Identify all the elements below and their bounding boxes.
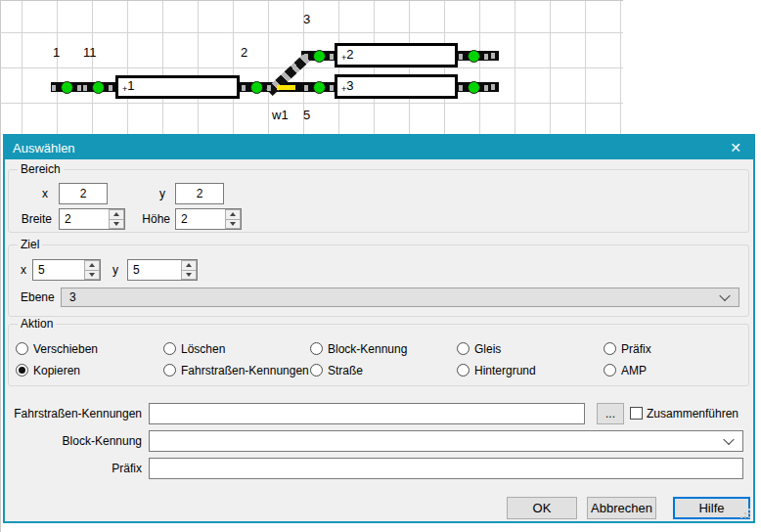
application-window: +1 +2 +3 1 11 2 3 w1 5 Auswählen ✕ Berei… [0, 0, 761, 532]
rail-tie [459, 54, 463, 60]
stepper-down-icon[interactable] [84, 270, 100, 281]
radio-gleis-label[interactable]: Gleis [474, 341, 501, 357]
praefix-label: Präfix [5, 458, 142, 479]
close-icon[interactable]: ✕ [722, 136, 749, 159]
abbrechen-button[interactable]: Abbrechen [587, 497, 656, 519]
rail-tie [242, 85, 246, 91]
signal-lamp-green [92, 81, 105, 94]
rail-tie [304, 54, 308, 60]
track-label-1: 1 [53, 46, 60, 60]
rail-tie [330, 54, 334, 60]
ok-button[interactable]: OK [507, 497, 577, 519]
ziel-x-label: x [21, 259, 26, 281]
radio-hintergrund[interactable] [457, 364, 470, 377]
ebene-value: 3 [69, 288, 76, 306]
radio-amp-label[interactable]: AMP [621, 363, 647, 378]
signal-lamp-green [250, 81, 263, 94]
block-box-1: +1 [115, 75, 240, 99]
dialog-titlebar[interactable]: Auswählen ✕ [5, 136, 753, 159]
auswaehlen-dialog: Auswählen ✕ Bereich x y Breite 2 Höhe 2 … [3, 134, 755, 523]
block-number: 1 [127, 78, 134, 93]
radio-fahrstrassen-kennungen-label[interactable]: Fahrstraßen-Kennungen [181, 363, 309, 378]
radio-verschieben[interactable] [16, 342, 28, 355]
praefix-input[interactable] [149, 458, 743, 479]
signal-icon [242, 81, 271, 94]
ebene-label: Ebene [21, 288, 55, 307]
ziel-x-stepper[interactable]: 5 [32, 259, 101, 281]
dialog-title: Auswählen [13, 141, 75, 155]
track-grid-canvas[interactable]: +1 +2 +3 1 11 2 3 w1 5 [0, 0, 623, 135]
chevron-down-icon [723, 434, 734, 445]
signal-lamp-green [468, 50, 480, 63]
group-aktion-legend: Aktion [18, 317, 56, 332]
chevron-down-icon [719, 290, 730, 301]
radio-hintergrund-label[interactable]: Hintergrund [474, 363, 536, 378]
radio-block-kennung[interactable] [310, 342, 323, 355]
rail-tie [484, 54, 488, 60]
rail-tie [304, 85, 308, 91]
rail-tie [330, 85, 334, 91]
breite-stepper[interactable]: 2 [59, 208, 125, 230]
radio-fahrstrassen-kennungen[interactable] [163, 364, 176, 377]
signal-icon [304, 50, 334, 63]
resize-grip[interactable] [748, 516, 750, 518]
stepper-up-icon[interactable] [84, 260, 100, 270]
stepper-up-icon[interactable] [225, 209, 241, 219]
block-label: +1 [122, 81, 135, 96]
zusammenfuehren-checkbox[interactable] [630, 407, 643, 420]
stepper-down-icon[interactable] [181, 270, 197, 281]
breite-label: Breite [5, 208, 52, 230]
ziel-y-stepper[interactable]: 5 [127, 259, 198, 281]
signal-icon [52, 81, 81, 94]
ebene-dropdown[interactable]: 3 [61, 288, 739, 307]
stepper-down-icon[interactable] [225, 219, 241, 230]
rail-tie [109, 85, 112, 91]
radio-loeschen-label[interactable]: Löschen [181, 341, 225, 357]
ziel-y-value: 5 [133, 260, 140, 280]
track-label-w1: w1 [272, 109, 289, 122]
radio-loeschen[interactable] [163, 342, 176, 355]
stepper-buttons [225, 209, 241, 229]
radio-strasse[interactable] [310, 364, 323, 377]
radio-strasse-label[interactable]: Straße [328, 363, 363, 378]
hoehe-value: 2 [181, 209, 188, 229]
group-bereich-legend: Bereich [18, 162, 64, 177]
radio-gleis[interactable] [457, 342, 470, 355]
hilfe-button[interactable]: Hilfe [673, 497, 750, 519]
zusammenfuehren-label[interactable]: Zusammenführen [647, 406, 739, 421]
turnout-position-indicator [277, 85, 295, 90]
stepper-buttons [84, 260, 100, 280]
signal-icon [304, 81, 334, 94]
bereich-y-input[interactable] [175, 183, 224, 204]
block-number: 2 [346, 47, 353, 62]
fahrstrassen-kennungen-label: Fahrstraßen-Kennungen [5, 403, 142, 424]
block-number: 3 [346, 78, 353, 93]
radio-amp[interactable] [604, 364, 616, 377]
track-label-11: 11 [83, 46, 97, 60]
track-label-2: 2 [241, 46, 247, 60]
stepper-buttons [181, 260, 197, 280]
signal-lamp-green [468, 81, 480, 94]
bereich-y-label: y [159, 183, 165, 204]
radio-block-kennung-label[interactable]: Block-Kennung [328, 341, 407, 357]
bereich-x-input[interactable] [59, 183, 108, 204]
more-button[interactable]: ... [597, 403, 624, 424]
radio-verschieben-label[interactable]: Verschieben [33, 341, 98, 357]
radio-kopieren[interactable] [16, 364, 28, 377]
stepper-up-icon[interactable] [181, 260, 197, 270]
ziel-y-label: y [112, 259, 118, 281]
bereich-x-label: x [42, 183, 48, 204]
block-label: +2 [341, 50, 354, 65]
rail-tie [491, 53, 495, 59]
block-kennung-label: Block-Kennung [5, 430, 142, 452]
rail-tie [491, 84, 495, 90]
radio-praefix[interactable] [604, 342, 616, 355]
radio-kopieren-label[interactable]: Kopieren [33, 363, 80, 378]
signal-icon [83, 81, 112, 94]
hoehe-stepper[interactable]: 2 [175, 208, 242, 230]
rail-tie [77, 85, 81, 91]
fahrstrassen-kennungen-input[interactable] [149, 403, 585, 424]
block-kennung-dropdown[interactable] [149, 430, 743, 452]
signal-lamp-green [313, 50, 326, 63]
radio-praefix-label[interactable]: Präfix [621, 341, 651, 357]
